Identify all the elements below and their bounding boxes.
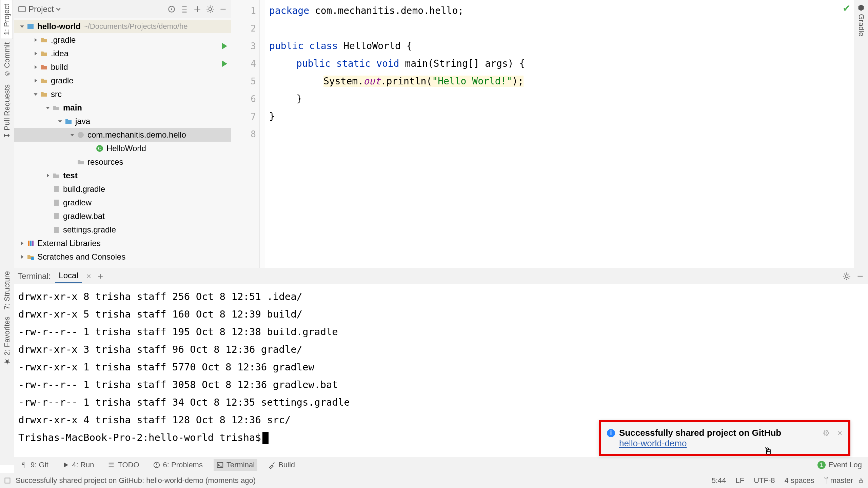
file-icon xyxy=(52,199,60,207)
svg-rect-13 xyxy=(30,241,32,246)
tool-structure-tab[interactable]: 7: Structure xyxy=(1,268,13,313)
terminal-icon xyxy=(216,461,224,469)
tool-terminal[interactable]: Terminal xyxy=(214,459,257,471)
source-folder-icon xyxy=(64,117,73,125)
gradle-file-icon xyxy=(52,226,60,234)
tool-windows-icon[interactable] xyxy=(4,477,11,484)
editor-gutter[interactable]: 1 2 3 4 5 6 7 8 xyxy=(231,0,260,268)
terminal-tab-local[interactable]: Local xyxy=(55,269,81,283)
code-area[interactable]: package com.mechanitis.demo.hello; publi… xyxy=(265,0,854,268)
tree-item-gradle-dot[interactable]: .gradle xyxy=(14,33,231,47)
svg-rect-10 xyxy=(54,213,59,219)
line-separator[interactable]: LF xyxy=(731,476,749,485)
close-tab-icon[interactable]: × xyxy=(86,271,91,281)
folder-icon xyxy=(40,36,48,44)
status-bar: Successfully shared project on GitHub: h… xyxy=(0,473,868,488)
line-number[interactable]: 7 xyxy=(231,108,256,125)
tool-gradle-tab[interactable]: ⬢ Gradle xyxy=(855,0,867,40)
line-number[interactable]: 2 xyxy=(231,20,256,37)
tool-event-log[interactable]: 1Event Log xyxy=(815,459,865,471)
branch-icon: ᛘ xyxy=(824,476,828,485)
tool-run[interactable]: 4: Run xyxy=(59,459,97,471)
line-number[interactable]: 4 xyxy=(231,55,256,73)
tool-todo[interactable]: TODO xyxy=(105,459,142,471)
caret-position[interactable]: 5:44 xyxy=(707,476,731,485)
chevron-down-icon xyxy=(70,133,75,137)
chevron-right-icon xyxy=(33,78,38,83)
lock-icon[interactable] xyxy=(858,477,864,484)
tree-item-package[interactable]: com.mechanitis.demo.hello xyxy=(14,128,231,142)
minimize-icon[interactable] xyxy=(856,272,865,281)
status-message: Successfully shared project on GitHub: h… xyxy=(11,476,260,485)
code-editor[interactable]: 1 2 3 4 5 6 7 8 package com.mechanitis.d… xyxy=(231,0,854,268)
tree-item-java[interactable]: java xyxy=(14,115,231,128)
terminal-line: -rw-r--r-- 1 trisha staff 195 Oct 8 12:3… xyxy=(18,323,864,341)
indent-setting[interactable]: 4 spaces xyxy=(780,476,819,485)
chevron-down-icon xyxy=(56,7,61,12)
tool-favorites-tab[interactable]: ★ 2: Favorites xyxy=(1,313,13,369)
tool-commit-tab[interactable]: ⎋ Commit xyxy=(1,39,13,81)
add-terminal-button[interactable]: ＋ xyxy=(96,270,105,282)
tree-item-gradle[interactable]: gradle xyxy=(14,74,231,87)
locate-icon[interactable] xyxy=(167,5,176,14)
line-number[interactable]: 1 xyxy=(231,2,256,20)
folder-icon xyxy=(40,77,48,85)
tree-item-test[interactable]: test xyxy=(14,169,231,182)
tree-root[interactable]: hello-world ~/Documents/Projects/demo/he xyxy=(14,20,231,33)
line-number[interactable]: 8 xyxy=(231,125,256,143)
tool-build[interactable]: Build xyxy=(265,459,298,471)
tool-pull-requests-tab[interactable]: ↧ Pull Requests xyxy=(1,81,13,142)
tree-scratches[interactable]: Scratches and Consoles xyxy=(14,250,231,264)
tool-problems[interactable]: 6: Problems xyxy=(150,459,205,471)
close-icon[interactable]: × xyxy=(837,428,842,438)
fold-column[interactable] xyxy=(260,0,265,268)
terminal-line: drwxr-xr-x 5 trisha staff 160 Oct 8 12:3… xyxy=(18,305,864,323)
hammer-icon xyxy=(268,461,276,469)
tree-item-main[interactable]: main xyxy=(14,101,231,115)
chevron-right-icon xyxy=(33,65,38,69)
tree-item-build[interactable]: build xyxy=(14,60,231,74)
tree-item-idea[interactable]: .idea xyxy=(14,47,231,60)
tree-item-resources[interactable]: resources xyxy=(14,155,231,169)
terminal-line: -rwxr-xr-x 1 trisha staff 5770 Oct 8 12:… xyxy=(18,358,864,376)
terminal-label: Terminal: xyxy=(18,271,51,281)
file-encoding[interactable]: UTF-8 xyxy=(749,476,780,485)
tree-item-src[interactable]: src xyxy=(14,87,231,101)
minimize-icon[interactable] xyxy=(219,5,228,14)
expand-all-icon[interactable] xyxy=(180,5,189,14)
inspection-ok-icon[interactable]: ✔ xyxy=(843,3,850,14)
tree-item-gradlew-bat[interactable]: gradlew.bat xyxy=(14,209,231,223)
terminal-line: -rw-r--r-- 1 trisha staff 3058 Oct 8 12:… xyxy=(18,376,864,393)
line-number[interactable]: 3 xyxy=(231,37,256,55)
mouse-cursor-icon: 🖱 xyxy=(763,445,773,457)
file-icon xyxy=(52,212,60,220)
git-branch[interactable]: ᛘ master xyxy=(819,476,858,485)
tree-item-helloworld[interactable]: CHelloWorld xyxy=(14,142,231,155)
tool-project-tab[interactable]: 1: Project xyxy=(1,0,13,39)
gear-icon[interactable] xyxy=(206,5,215,14)
tool-fav-label: 2: Favorites xyxy=(3,317,11,355)
run-gutter-icon[interactable] xyxy=(222,43,227,49)
gradle-icon: ⬢ xyxy=(857,3,866,12)
project-view-selector[interactable]: Project xyxy=(18,4,61,14)
tree-item-settings-gradle[interactable]: settings.gradle xyxy=(14,223,231,237)
gradle-file-icon xyxy=(52,185,60,193)
svg-rect-14 xyxy=(32,241,34,246)
tree-item-gradlew[interactable]: gradlew xyxy=(14,196,231,209)
gear-icon[interactable]: ⚙ xyxy=(823,428,830,438)
line-number[interactable]: 5 xyxy=(231,73,256,90)
chevron-right-icon xyxy=(20,241,24,246)
collapse-all-icon[interactable] xyxy=(193,5,202,14)
tool-git[interactable]: 9: Git xyxy=(18,459,51,471)
tool-pull-label: Pull Requests xyxy=(3,84,11,130)
gear-icon[interactable] xyxy=(842,272,851,281)
terminal-cursor xyxy=(262,432,269,444)
svg-rect-18 xyxy=(217,463,223,468)
notification-link[interactable]: hello-world-demo xyxy=(619,438,842,449)
line-number[interactable]: 6 xyxy=(231,90,256,108)
run-gutter-icon[interactable] xyxy=(222,60,227,67)
tree-item-build-gradle[interactable]: build.gradle xyxy=(14,182,231,196)
svg-rect-0 xyxy=(19,6,25,12)
tree-external-libs[interactable]: External Libraries xyxy=(14,237,231,250)
project-tree[interactable]: hello-world ~/Documents/Projects/demo/he… xyxy=(14,18,231,268)
